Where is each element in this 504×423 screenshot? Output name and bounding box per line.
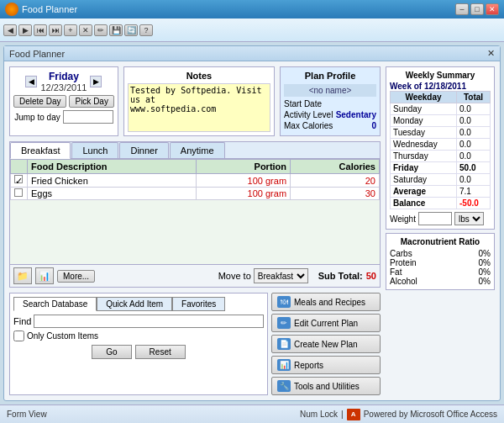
toolbar-btn-3[interactable]: ⏮	[34, 24, 47, 36]
food-row-name-0: Fried Chicken	[28, 174, 197, 188]
toolbar-btn-4[interactable]: ⏭	[49, 24, 62, 36]
action-btn-reports[interactable]: 📊Reports	[271, 356, 381, 374]
jump-to-day-label: Jump to day	[14, 113, 60, 122]
action-btn-meals[interactable]: 🍽Meals and Recipes	[271, 293, 381, 311]
notes-textarea[interactable]: Tested by Softpedia. Visit us at www.sof…	[128, 83, 270, 132]
notes-section: Notes Tested by Softpedia. Visit us at w…	[123, 66, 275, 136]
move-to-select[interactable]: Breakfast Lunch Dinner Anytime	[254, 268, 308, 283]
minimize-button[interactable]: –	[455, 3, 469, 15]
weekly-total-4: 0.0	[457, 151, 491, 162]
food-row-checkbox-1[interactable]	[14, 188, 23, 197]
inner-close-btn[interactable]: ✕	[487, 48, 495, 59]
weekly-day-3: Wednesday	[391, 139, 457, 151]
weight-unit-select[interactable]: lbs kg	[454, 212, 484, 225]
activity-label: Activity Level	[284, 110, 333, 119]
food-row-checkbox-0[interactable]: ✓	[14, 175, 23, 183]
weekly-day-2: Tuesday	[391, 127, 457, 139]
macro-section: Macronutrient Ratio Carbs0%Protein0%Fat0…	[386, 233, 495, 290]
weekly-total-3: 0.0	[457, 139, 491, 151]
tab-anytime[interactable]: Anytime	[170, 142, 225, 158]
action-btn-tools[interactable]: 🔧Tools and Utilities	[271, 377, 381, 395]
search-tabs: Search Database Quick Add Item Favorites	[13, 297, 264, 311]
search-tab-favorites[interactable]: Favorites	[172, 297, 225, 311]
toolbar-btn-1[interactable]: ◀	[3, 24, 17, 36]
weekly-average-row: Average7.1	[391, 186, 491, 198]
day-navigator: ◀ Friday 12/23/2011 ▶ Delete Day Pick Da…	[9, 66, 118, 136]
close-button[interactable]: ✕	[486, 3, 499, 15]
delete-day-button[interactable]: Delete Day	[13, 95, 66, 108]
toolbar-btn-10[interactable]: ?	[139, 24, 153, 36]
separator: |	[341, 410, 344, 419]
weight-label: Weight	[390, 214, 416, 224]
weekly-summary: Weekly Summary Week of 12/18/2011 Weekda…	[386, 66, 495, 230]
col-portion: Portion	[196, 160, 290, 174]
move-to-section: Move to Breakfast Lunch Dinner Anytime	[218, 268, 308, 283]
more-button[interactable]: More...	[57, 270, 95, 283]
add-food-button[interactable]: 📁	[13, 267, 32, 284]
chart-button[interactable]: 📊	[35, 267, 54, 284]
prev-day-button[interactable]: ◀	[25, 76, 37, 87]
action-label-edit: Edit Current Plan	[294, 319, 358, 328]
tab-lunch[interactable]: Lunch	[71, 142, 118, 158]
weekly-row: Saturday 0.0	[391, 174, 491, 186]
toolbar-btn-2[interactable]: ▶	[18, 24, 32, 36]
search-tab-database[interactable]: Search Database	[13, 297, 97, 311]
go-button[interactable]: Go	[92, 345, 131, 359]
tab-breakfast[interactable]: Breakfast	[10, 142, 71, 159]
food-table: Food Description Portion Calories ✓ Frie…	[10, 159, 380, 200]
search-tab-quick-add[interactable]: Quick Add Item	[97, 297, 172, 311]
maximize-button[interactable]: □	[470, 3, 484, 15]
macro-title: Macronutrient Ratio	[390, 237, 491, 246]
start-date-label: Start Date	[284, 99, 322, 108]
weekly-col-total: Total	[457, 92, 491, 103]
weekly-day-4: Thursday	[391, 151, 457, 162]
pick-day-button[interactable]: Pick Day	[69, 95, 113, 108]
status-powered: Num Lock | A Powered by Microsoft Office…	[300, 409, 497, 420]
find-label: Find	[13, 316, 31, 326]
toolbar-btn-9[interactable]: 🔄	[124, 24, 138, 36]
window-title: Food Planner	[22, 4, 77, 14]
jump-to-day-input[interactable]	[63, 110, 113, 124]
action-btn-edit[interactable]: ✏Edit Current Plan	[271, 314, 381, 332]
tab-dinner[interactable]: Dinner	[119, 142, 168, 158]
action-btn-create[interactable]: 📄Create New Plan	[271, 335, 381, 353]
day-name: Friday	[40, 71, 87, 82]
custom-items-label: Only Custom Items	[27, 331, 98, 341]
macro-row-3: Alcohol0%	[390, 277, 491, 286]
left-panel: ◀ Friday 12/23/2011 ▶ Delete Day Pick Da…	[9, 66, 381, 395]
macro-value-0: 0%	[479, 249, 491, 258]
toolbar-btn-5[interactable]: +	[64, 24, 77, 36]
avg-value: 7.1	[457, 186, 491, 198]
macro-row-2: Fat0%	[390, 267, 491, 277]
profile-name: <no name>	[284, 84, 376, 97]
next-day-button[interactable]: ▶	[90, 76, 102, 87]
toolbar-btn-8[interactable]: 💾	[109, 24, 123, 36]
search-input[interactable]	[34, 315, 264, 328]
food-bottom: 📁 📊 More... Move to Breakfast Lunch Dinn…	[10, 264, 380, 287]
ms-access-icon: A	[347, 409, 360, 420]
custom-items-checkbox[interactable]	[13, 330, 24, 341]
toolbar-btn-7[interactable]: ✏	[94, 24, 108, 36]
weekly-row: Monday 0.0	[391, 115, 491, 127]
action-icon-tools: 🔧	[277, 380, 291, 392]
weekly-day-0: Sunday	[391, 103, 457, 115]
weight-input[interactable]	[418, 212, 452, 225]
inner-title: Food Planner ✕	[4, 46, 500, 61]
max-cal-value: 0	[371, 121, 376, 130]
weekly-table: Weekday Total Sunday 0.0 Monday 0.0 Tues…	[390, 91, 491, 209]
col-calories: Calories	[291, 160, 380, 174]
action-label-tools: Tools and Utilities	[294, 382, 360, 391]
toolbar-btn-6[interactable]: ✕	[79, 24, 92, 36]
tabs-row: Breakfast Lunch Dinner Anytime	[10, 142, 380, 159]
macro-row-1: Protein0%	[390, 258, 491, 267]
macro-row-0: Carbs0%	[390, 249, 491, 258]
reset-button[interactable]: Reset	[135, 345, 186, 359]
plan-profile: Plan Profile <no name> Start Date Activi…	[280, 66, 381, 136]
weekly-row: Sunday 0.0	[391, 103, 491, 115]
activity-value: Sedentary	[336, 110, 376, 119]
toolbar: ◀ ▶ ⏮ ⏭ + ✕ ✏ 💾 🔄 ?	[0, 19, 504, 42]
food-table-row: Eggs 100 gram 30	[11, 188, 380, 200]
day-date: 12/23/2011	[40, 82, 87, 93]
macro-label-1: Protein	[390, 258, 417, 267]
action-label-meals: Meals and Recipes	[294, 298, 365, 307]
